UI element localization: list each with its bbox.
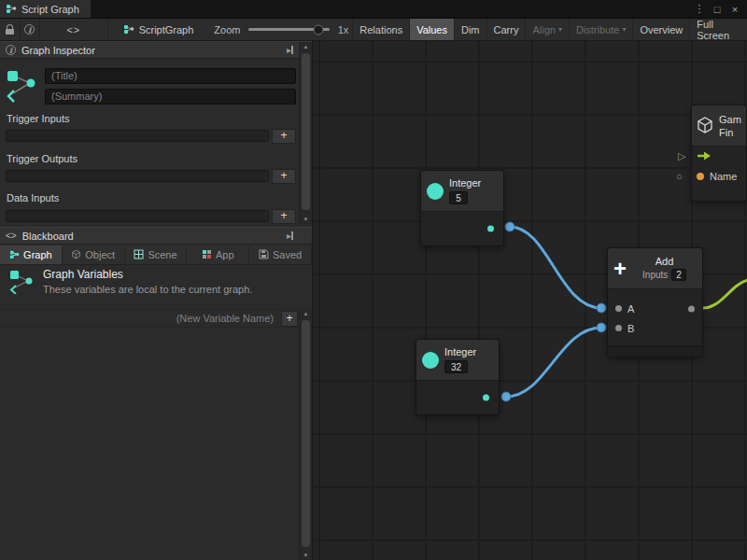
values-button[interactable]: Values — [409, 19, 454, 40]
carry-button[interactable]: Carry — [486, 19, 526, 40]
scroll-up-icon[interactable]: ▲ — [300, 42, 312, 51]
node-header[interactable]: Integer 5 — [421, 171, 503, 212]
node-add[interactable]: + Add Inputs 2 A B — [607, 247, 703, 357]
chevron-down-icon: ▾ — [622, 25, 626, 34]
node-header[interactable]: Gam Fin — [692, 105, 746, 147]
blackboard-scrollbar[interactable]: ▲ ▼ — [299, 309, 312, 560]
tab-scene[interactable]: Scene — [125, 245, 188, 264]
lock-icon — [6, 24, 14, 35]
port-label: A — [627, 303, 634, 315]
trigger-outputs-row: + — [6, 168, 296, 184]
graph-name-label: ScriptGraph — [139, 24, 194, 35]
add-trigger-output-button[interactable]: + — [272, 169, 296, 184]
node-header[interactable]: Integer 32 — [416, 340, 499, 381]
scrollbar-thumb[interactable] — [302, 320, 310, 547]
add-trigger-input-button[interactable]: + — [272, 129, 296, 144]
code-view-button[interactable]: <> — [40, 19, 108, 40]
window-menu-icon[interactable]: ⋮ — [691, 3, 708, 15]
node-body — [416, 381, 499, 414]
node-subtitle: Fin — [719, 127, 741, 138]
integer-type-icon — [427, 183, 444, 200]
integer-value-field[interactable]: 32 — [444, 360, 468, 373]
app-icon — [202, 249, 212, 261]
sidebar: i Graph Inspector ▸ Trigger Inputs + Tri… — [0, 41, 313, 560]
zoom-slider-handle[interactable] — [313, 24, 323, 35]
dim-button[interactable]: Dim — [454, 19, 486, 40]
new-variable-row: + — [0, 309, 299, 328]
scene-icon — [134, 249, 144, 261]
input-port-b[interactable] — [615, 325, 622, 331]
tab-object[interactable]: Object — [63, 245, 125, 264]
input-port-a[interactable] — [615, 305, 622, 312]
scroll-down-icon[interactable]: ▼ — [300, 551, 312, 560]
tab-saved[interactable]: Saved — [249, 245, 312, 264]
inspector-toggle-button[interactable]: i — [21, 19, 41, 40]
graph-variables-icon — [8, 268, 35, 296]
name-port-row: Name — [692, 166, 746, 186]
output-port-sum[interactable] — [688, 305, 695, 312]
node-body: Name — [692, 147, 746, 201]
inputs-count-field[interactable]: 2 — [671, 269, 686, 281]
node-body: A B — [608, 289, 702, 345]
green-arrow-icon[interactable] — [697, 151, 712, 162]
scroll-up-icon[interactable]: ▲ — [300, 309, 312, 318]
trigger-inputs-list — [6, 130, 269, 142]
output-port[interactable] — [483, 395, 489, 401]
window-maximize-icon[interactable]: □ — [709, 4, 726, 15]
graph-asset-icon — [5, 67, 38, 105]
node-title: Integer — [444, 346, 476, 357]
flow-port-row — [692, 147, 746, 166]
add-variable-button[interactable]: + — [281, 311, 298, 327]
dock-icon[interactable]: ▸ — [287, 231, 293, 241]
tab-label: Script Graph — [21, 4, 79, 15]
graph-title-input[interactable] — [45, 68, 296, 84]
script-graph-window: Script Graph ⋮ □ × i <> ScriptGraph Zoom… — [0, 0, 747, 560]
integer-value-field[interactable]: 5 — [449, 191, 468, 204]
overview-button[interactable]: Overview — [632, 19, 689, 40]
dock-icon[interactable]: ▸ — [287, 46, 293, 55]
cube-icon — [71, 249, 81, 261]
scroll-down-icon[interactable]: ▼ — [300, 215, 312, 224]
inspector-scrollbar[interactable]: ▲ ▼ — [299, 42, 312, 224]
tab-app[interactable]: App — [187, 245, 249, 264]
port-row-a: A — [608, 299, 702, 318]
tab-graph[interactable]: Graph — [0, 245, 63, 264]
new-variable-input[interactable] — [6, 313, 281, 324]
blackboard-icon: <> — [6, 231, 17, 241]
trigger-inputs-label: Trigger Inputs — [7, 113, 69, 124]
relations-button[interactable]: Relations — [352, 19, 409, 40]
node-footer — [608, 345, 702, 357]
align-dropdown[interactable]: Align ▾ — [525, 19, 568, 40]
blackboard-header: <> Blackboard ▸ — [0, 227, 312, 245]
cube-icon — [696, 116, 714, 136]
tab-script-graph[interactable]: Script Graph — [0, 0, 91, 18]
node-integer-32[interactable]: Integer 32 — [416, 339, 500, 415]
value-port-icon[interactable]: ○ — [676, 172, 683, 182]
node-integer-5[interactable]: Integer 5 — [420, 170, 504, 246]
add-data-input-button[interactable]: + — [272, 209, 296, 224]
lock-button[interactable] — [0, 19, 21, 40]
code-icon: <> — [66, 24, 80, 35]
graph-icon — [6, 3, 17, 16]
chevron-down-icon: ▾ — [558, 25, 562, 34]
fullscreen-button[interactable]: Full Screen — [689, 19, 747, 40]
graph-variables-title: Graph Variables — [43, 268, 123, 281]
node-header[interactable]: + Add Inputs 2 — [608, 248, 702, 289]
graph-summary-input[interactable] — [45, 89, 296, 105]
breadcrumb-graph-name[interactable]: ScriptGraph — [116, 19, 202, 40]
node-partial[interactable]: Gam Fin Name — [691, 105, 747, 202]
node-title: Integer — [449, 177, 481, 189]
saved-icon — [259, 249, 269, 261]
zoom-label: Zoom — [214, 24, 240, 35]
output-port[interactable] — [487, 226, 494, 232]
zoom-slider[interactable] — [248, 28, 329, 31]
toolbar-toggle-group: Relations Values Dim Carry Align ▾ Distr… — [352, 19, 747, 40]
scrollbar-thumb[interactable] — [302, 53, 310, 210]
node-title: Add — [655, 256, 674, 267]
window-close-icon[interactable]: × — [726, 4, 743, 15]
node-body — [421, 212, 503, 245]
flow-port-icon[interactable]: ▷ — [678, 151, 685, 161]
string-input-port[interactable] — [697, 173, 704, 180]
graph-canvas[interactable]: Integer 5 Integer 32 — [313, 41, 747, 560]
distribute-dropdown[interactable]: Distribute ▾ — [569, 19, 632, 40]
